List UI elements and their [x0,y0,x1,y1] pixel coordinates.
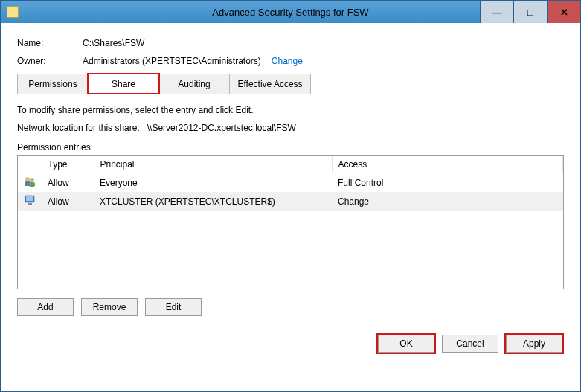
col-type[interactable]: Type [42,156,94,173]
close-button[interactable]: ✕ [547,1,580,23]
entry-principal: Everyone [94,173,332,193]
entry-access: Change [332,192,563,211]
titlebar: Advanced Security Settings for FSW — □ ✕ [1,1,580,23]
permission-entries-label: Permission entries: [17,142,564,152]
col-principal[interactable]: Principal [94,156,332,173]
minimize-button[interactable]: — [480,1,513,23]
entry-access: Full Control [332,173,563,193]
svg-point-1 [30,178,34,182]
col-access[interactable]: Access [332,156,563,173]
netloc-value: \\Server2012-DC.xpertstec.local\FSW [147,123,296,133]
divider [1,327,580,327]
change-owner-link[interactable]: Change [272,56,303,66]
entry-type: Allow [42,173,94,193]
name-value: C:\Shares\FSW [83,38,144,48]
tab-share[interactable]: Share [88,74,159,94]
entry-principal: XTCLUSTER (XPERTSTEC\XTCLUSTER$) [94,192,332,211]
remove-button[interactable]: Remove [81,298,138,316]
name-row: Name: C:\Shares\FSW [17,38,564,48]
owner-label: Owner: [17,56,83,66]
users-icon [18,173,42,193]
apply-button[interactable]: Apply [506,335,562,353]
permission-entries-table[interactable]: Type Principal Access Allow Everyone Ful… [17,155,564,289]
content-area: Name: C:\Shares\FSW Owner: Administrator… [1,23,580,362]
tab-permissions[interactable]: Permissions [17,74,89,94]
window-controls: — □ ✕ [480,1,580,23]
add-button[interactable]: Add [17,298,74,316]
cancel-button[interactable]: Cancel [442,335,498,353]
instructions-text: To modify share permissions, select the … [17,105,564,115]
table-row[interactable]: Allow XTCLUSTER (XPERTSTEC\XTCLUSTER$) C… [18,192,563,211]
tab-auditing[interactable]: Auditing [158,74,230,94]
tab-effective-access[interactable]: Effective Access [229,74,311,94]
entry-type: Allow [42,192,94,211]
entry-actions: Add Remove Edit [17,298,564,316]
folder-icon [7,6,19,18]
table-row[interactable]: Allow Everyone Full Control [18,173,563,193]
network-location-row: Network location for this share: \\Serve… [17,123,564,133]
svg-rect-3 [29,182,35,187]
netloc-label: Network location for this share: [17,123,140,133]
tab-strip: Permissions Share Auditing Effective Acc… [17,74,564,94]
edit-button[interactable]: Edit [145,298,202,316]
svg-rect-6 [28,203,32,205]
svg-point-0 [25,177,30,181]
ok-button[interactable]: OK [378,335,434,353]
name-label: Name: [17,38,83,48]
maximize-button[interactable]: □ [513,1,547,23]
owner-value: Administrators (XPERTSTEC\Administrators… [83,56,261,66]
computer-icon [18,192,42,211]
col-icon[interactable] [18,156,42,173]
owner-row: Owner: Administrators (XPERTSTEC\Adminis… [17,56,564,66]
dialog-footer: OK Cancel Apply [17,335,564,353]
svg-rect-5 [26,196,33,201]
